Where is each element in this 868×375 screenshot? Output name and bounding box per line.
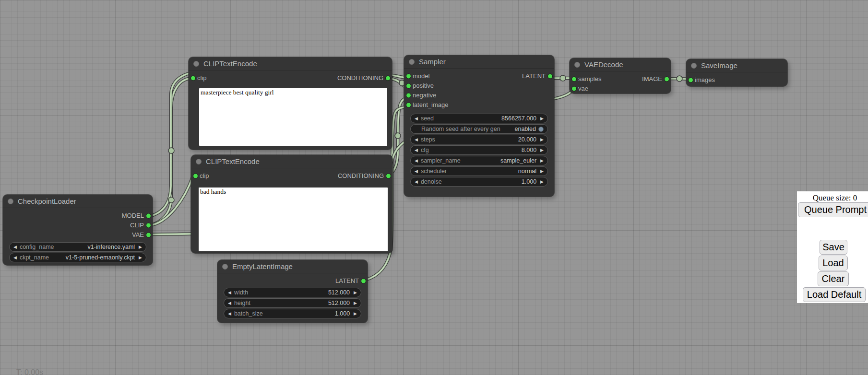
widget-scheduler[interactable]: ◀ scheduler normal ▶ [410,166,548,176]
node-title: CLIPTextEncode [203,59,257,68]
decrement-arrow-icon[interactable]: ◀ [415,114,418,123]
widget-cfg[interactable]: ◀ cfg 8.000 ▶ [410,145,548,155]
decrement-arrow-icon[interactable]: ◀ [228,288,231,297]
link-midpoint-dot [168,148,174,153]
input-port-clip[interactable] [193,174,198,179]
output-port-conditioning[interactable] [385,76,391,81]
load-button[interactable]: Load [819,256,848,270]
widget-ckpt-name[interactable]: ◀ ckpt_name v1-5-pruned-emaonly.ckpt ▶ [9,253,146,262]
increment-arrow-icon[interactable]: ▶ [139,243,142,251]
node-title-bar[interactable]: CLIPTextEncode [189,57,392,70]
collapse-dot-icon[interactable] [574,62,580,68]
node-title-bar[interactable]: SaveImage [686,59,787,72]
node-title-bar[interactable]: Sampler [404,55,554,69]
input-label: clip [200,171,209,181]
decrement-arrow-icon[interactable]: ◀ [415,167,418,176]
increment-arrow-icon[interactable]: ▶ [354,288,357,297]
collapse-dot-icon[interactable] [691,63,697,69]
widget-label: scheduler [421,167,447,176]
input-port-clip[interactable] [190,76,196,81]
prompt-textarea[interactable]: masterpiece best quality girl [199,88,387,146]
input-label: positive [413,81,434,91]
output-row-model: MODEL [3,211,153,221]
output-label: CONDITIONING [338,171,384,181]
increment-arrow-icon[interactable]: ▶ [354,309,357,318]
increment-arrow-icon[interactable]: ▶ [540,114,544,123]
node-title: Sampler [419,58,446,66]
increment-arrow-icon[interactable]: ▶ [540,167,544,176]
output-label: LATENT [335,276,359,286]
output-port-clip[interactable] [146,223,151,228]
output-port-conditioning[interactable] [386,174,391,179]
queue-prompt-button[interactable]: Queue Prompt [798,202,868,217]
widget-value: normal [518,167,536,176]
comfyui-canvas[interactable]: { "icons": {"arrow_left": "◀", "arrow_ri… [0,0,868,375]
input-port-latent-image[interactable] [406,103,411,108]
input-port-positive[interactable] [406,83,411,89]
decrement-arrow-icon[interactable]: ◀ [228,299,231,307]
node-clip-text-encode-negative[interactable]: CLIPTextEncode clip CONDITIONING bad han… [191,155,392,253]
input-port-negative[interactable] [406,93,411,98]
toggle-dot-icon[interactable] [538,127,544,132]
collapse-dot-icon[interactable] [409,59,415,65]
load-default-button[interactable]: Load Default [803,287,866,302]
clear-button[interactable]: Clear [818,271,849,286]
output-port-vae[interactable] [146,233,151,238]
widget-value: 512.000 [328,288,350,297]
output-port-model[interactable] [146,213,151,219]
node-title-bar[interactable]: EmptyLatentImage [217,260,368,273]
node-title-bar[interactable]: CheckpointLoader [3,195,153,208]
output-port-latent[interactable] [547,74,553,79]
decrement-arrow-icon[interactable]: ◀ [415,135,418,144]
increment-arrow-icon[interactable]: ▶ [540,156,544,165]
increment-arrow-icon[interactable]: ▶ [354,299,357,307]
increment-arrow-icon[interactable]: ▶ [540,135,544,144]
increment-arrow-icon[interactable]: ▶ [540,146,544,154]
node-title-bar[interactable]: CLIPTextEncode [191,155,392,168]
decrement-arrow-icon[interactable]: ◀ [228,309,231,318]
input-port-samples[interactable] [571,77,577,82]
collapse-dot-icon[interactable] [193,61,199,67]
output-port-image[interactable] [664,77,669,82]
widget-value: 1.000 [335,309,350,318]
link-midpoint-dot [560,75,566,81]
increment-arrow-icon[interactable]: ▶ [540,177,544,186]
decrement-arrow-icon[interactable]: ◀ [13,253,17,262]
input-label: negative [413,91,436,100]
collapse-dot-icon[interactable] [196,159,202,164]
widget-denoise[interactable]: ◀ denoise 1.000 ▶ [410,177,548,187]
widget-seed[interactable]: ◀ seed 8566257.000 ▶ [410,114,548,123]
widget-config-name[interactable]: ◀ config_name v1-inference.yaml ▶ [9,242,146,252]
node-empty-latent-image[interactable]: EmptyLatentImage LATENT ◀ width 512.000 … [217,260,368,323]
node-save-image[interactable]: SaveImage images [686,59,787,86]
node-vae-decode[interactable]: VAEDecode samples IMAGE vae [570,58,671,94]
decrement-arrow-icon[interactable]: ◀ [415,156,418,165]
output-port-latent[interactable] [361,279,366,284]
node-checkpoint-loader[interactable]: CheckpointLoader MODEL CLIP VAE ◀ config… [3,195,153,265]
decrement-arrow-icon[interactable]: ◀ [415,146,418,154]
collapse-dot-icon[interactable] [222,264,228,270]
node-title: CLIPTextEncode [206,157,260,165]
input-port-vae[interactable] [571,86,577,92]
node-clip-text-encode-positive[interactable]: CLIPTextEncode clip CONDITIONING masterp… [189,57,392,150]
prompt-textarea[interactable]: bad hands [199,188,388,251]
increment-arrow-icon[interactable]: ▶ [139,253,142,262]
widget-height[interactable]: ◀ height 512.000 ▶ [224,298,361,308]
widget-value: 20.000 [518,135,536,144]
widget-value: enabled [515,125,536,133]
widget-steps[interactable]: ◀ steps 20.000 ▶ [410,135,548,144]
input-port-model[interactable] [406,74,411,79]
node-sampler[interactable]: Sampler model LATENT positive negative l… [404,55,554,197]
widget-sampler-name[interactable]: ◀ sampler_name sample_euler ▶ [410,156,548,165]
decrement-arrow-icon[interactable]: ◀ [13,243,17,251]
collapse-dot-icon[interactable] [8,199,13,204]
widget-random-seed-toggle[interactable]: Random seed after every gen enabled [410,124,548,134]
widget-batch-size[interactable]: ◀ batch_size 1.000 ▶ [224,309,361,318]
save-button[interactable]: Save [820,240,847,255]
input-port-images[interactable] [688,78,693,83]
widget-width[interactable]: ◀ width 512.000 ▶ [224,288,361,297]
decrement-arrow-icon[interactable]: ◀ [415,177,418,186]
output-row-latent: LATENT [217,276,368,286]
widget-value: v1-inference.yaml [87,243,135,251]
node-title-bar[interactable]: VAEDecode [570,58,671,71]
